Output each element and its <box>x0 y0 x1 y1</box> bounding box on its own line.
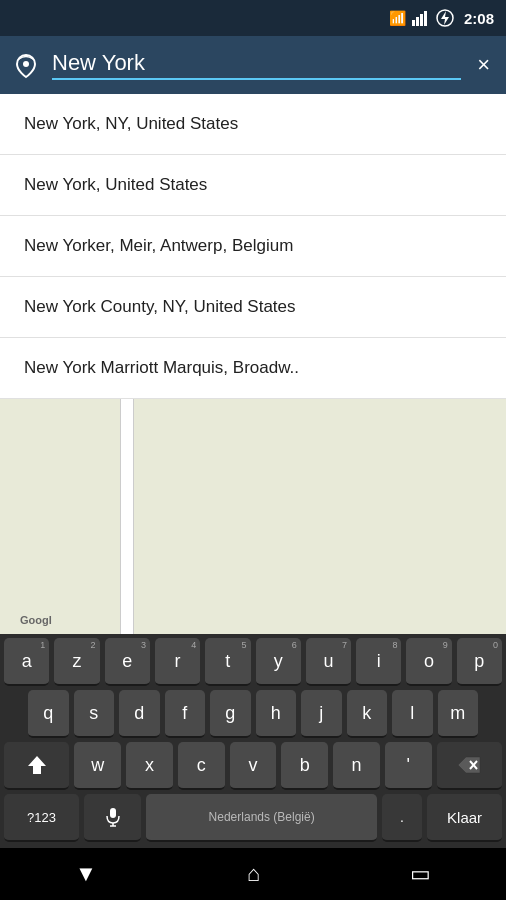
key-l[interactable]: l <box>392 690 433 738</box>
result-text-1: New York, NY, United States <box>24 114 238 133</box>
key-x[interactable]: x <box>126 742 173 790</box>
result-text-4: New York County, NY, United States <box>24 297 296 316</box>
search-bar: New York × <box>0 36 506 94</box>
search-underline <box>52 78 461 80</box>
search-input-area[interactable]: New York <box>52 50 461 80</box>
result-item-1[interactable]: New York, NY, United States <box>0 94 506 155</box>
recent-nav-icon[interactable]: ▭ <box>410 861 431 887</box>
home-nav-icon[interactable]: ⌂ <box>247 861 260 887</box>
svg-rect-2 <box>420 14 423 26</box>
period-key[interactable]: . <box>382 794 422 842</box>
num-sym-key[interactable]: ?123 <box>4 794 79 842</box>
key-c[interactable]: c <box>178 742 225 790</box>
key-g[interactable]: g <box>210 690 251 738</box>
keyboard: 1a2z3e4r5t6y7u8i9o0pqsdfghjklmwxcvbn'?12… <box>0 634 506 848</box>
status-time: 2:08 <box>464 10 494 27</box>
keyboard-row-3: wxcvbn' <box>0 738 506 790</box>
signal-icon <box>412 10 430 26</box>
key-q[interactable]: q <box>28 690 69 738</box>
search-clear-button[interactable]: × <box>473 48 494 82</box>
key-e[interactable]: 3e <box>105 638 150 686</box>
map-google-label: Googl <box>20 614 52 626</box>
svg-marker-5 <box>441 11 449 25</box>
key-d[interactable]: d <box>119 690 160 738</box>
backspace-key[interactable] <box>437 742 502 790</box>
key-y[interactable]: 6y <box>256 638 301 686</box>
shift-key[interactable] <box>4 742 69 790</box>
svg-rect-1 <box>416 17 419 26</box>
search-input-text: New York <box>52 50 461 76</box>
key-t[interactable]: 5t <box>205 638 250 686</box>
key-w[interactable]: w <box>74 742 121 790</box>
status-icons: 📶 2:08 <box>389 9 494 27</box>
nav-bar: ▼ ⌂ ▭ <box>0 848 506 900</box>
result-item-3[interactable]: New Yorker, Meir, Antwerp, Belgium <box>0 216 506 277</box>
key-k[interactable]: k <box>347 690 388 738</box>
key-j[interactable]: j <box>301 690 342 738</box>
key-i[interactable]: 8i <box>356 638 401 686</box>
key-r[interactable]: 4r <box>155 638 200 686</box>
key-a[interactable]: 1a <box>4 638 49 686</box>
charging-icon <box>436 9 454 27</box>
key-p[interactable]: 0p <box>457 638 502 686</box>
result-item-5[interactable]: New York Marriott Marquis, Broadw.. <box>0 338 506 399</box>
svg-rect-10 <box>110 808 116 818</box>
back-nav-icon[interactable]: ▼ <box>75 861 97 887</box>
key-u[interactable]: 7u <box>306 638 351 686</box>
result-text-5: New York Marriott Marquis, Broadw.. <box>24 358 299 377</box>
key-n[interactable]: n <box>333 742 380 790</box>
location-wifi-icon <box>12 51 40 79</box>
wifi-icon: 📶 <box>389 10 406 26</box>
key-s[interactable]: s <box>74 690 115 738</box>
key-z[interactable]: 2z <box>54 638 99 686</box>
svg-point-6 <box>23 61 29 67</box>
svg-rect-3 <box>424 11 427 26</box>
key-m[interactable]: m <box>438 690 479 738</box>
status-bar: 📶 2:08 <box>0 0 506 36</box>
result-text-3: New Yorker, Meir, Antwerp, Belgium <box>24 236 293 255</box>
mic-key[interactable] <box>84 794 142 842</box>
key-b[interactable]: b <box>281 742 328 790</box>
result-item-4[interactable]: New York County, NY, United States <box>0 277 506 338</box>
result-text-2: New York, United States <box>24 175 207 194</box>
done-key[interactable]: Klaar <box>427 794 502 842</box>
svg-rect-0 <box>412 20 415 26</box>
results-list: New York, NY, United StatesNew York, Uni… <box>0 94 506 399</box>
key-h[interactable]: h <box>256 690 297 738</box>
key-f[interactable]: f <box>165 690 206 738</box>
key-v[interactable]: v <box>230 742 277 790</box>
space-key[interactable]: Nederlands (België) <box>146 794 376 842</box>
content-area: OFF Googl New York, NY, United StatesNew… <box>0 94 506 634</box>
result-item-2[interactable]: New York, United States <box>0 155 506 216</box>
key-o[interactable]: 9o <box>406 638 451 686</box>
key-'[interactable]: ' <box>385 742 432 790</box>
svg-marker-7 <box>28 756 46 774</box>
